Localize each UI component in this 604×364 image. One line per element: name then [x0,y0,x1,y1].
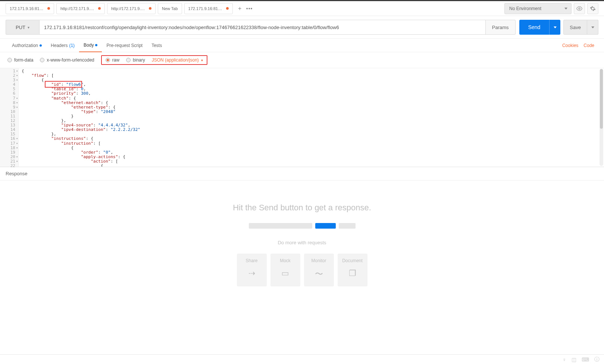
raw-content-type-group: raw binary JSON (application/json)▾ [101,55,207,65]
scrollbar-vertical[interactable] [600,69,603,166]
dirty-dot-icon [47,7,50,10]
tab-body[interactable]: Body [79,39,102,52]
body-editor[interactable]: 1 2 3 4 5 6 7 8 9 10 11 12 13 14 15 16 1… [0,68,604,167]
method-label: PUT [16,25,25,30]
dirty-dot-icon [149,7,151,10]
radio-icon [7,58,12,62]
code-link[interactable]: Code [583,43,594,48]
share-card[interactable]: Share⇢ [237,254,267,286]
radio-binary[interactable]: binary [126,57,145,63]
environment-label: No Environment [509,6,541,11]
line-gutter: 1 2 3 4 5 6 7 8 9 10 11 12 13 14 15 16 1… [0,68,19,167]
settings-icon[interactable] [587,3,598,14]
placeholder-bars [249,223,356,229]
help-icon[interactable]: ♀ [563,357,567,363]
tab-label: http://172.171.9.14:81 [111,6,147,11]
save-button[interactable]: Save [563,20,587,35]
headers-count: (1) [69,43,75,48]
save-dropdown[interactable] [587,20,598,35]
dot-icon [95,44,97,46]
tab-3[interactable]: New Tab [158,3,182,14]
statusbar: ♀ ◫ ⌨ ⓘ [0,354,604,364]
tab-4[interactable]: 172.171.9.16:8181/res [184,3,233,14]
svg-point-0 [579,8,580,9]
do-more-label: Do more with requests [278,240,326,245]
radio-icon [40,58,44,62]
document-icon: ❐ [349,269,356,278]
response-label: Response [0,167,604,181]
environment-select[interactable]: No Environment [504,3,572,14]
bodytype-row: form-data x-www-form-urlencoded raw bina… [0,52,604,68]
mock-card[interactable]: Mock▭ [270,254,300,286]
panes-icon[interactable]: ◫ [572,357,576,363]
radio-urlencoded[interactable]: x-www-form-urlencoded [40,57,94,63]
action-grid: Share⇢ Mock▭ Monitor〜 Document❐ [237,254,367,286]
share-icon: ⇢ [248,269,255,278]
tab-label: http://172.171.9.16:81 [60,6,96,11]
radio-formdata[interactable]: form-data [7,57,33,63]
tab-tests[interactable]: Tests [147,39,166,52]
tab-label: 172.171.9.16:8181/res [10,6,45,11]
radio-icon [106,58,110,62]
radio-raw[interactable]: raw [106,57,119,63]
response-headline: Hit the Send button to get a response. [233,203,371,213]
env-area: No Environment [504,3,598,14]
add-tab-button[interactable]: + [235,4,245,13]
subtab-row: Authorization Headers (1) Body Pre-reque… [0,39,604,52]
mock-icon: ▭ [281,269,289,278]
url-input[interactable] [39,20,486,35]
tab-overflow-button[interactable]: ••• [245,4,254,13]
response-body: Hit the Send button to get a response. D… [0,181,604,298]
tab-2[interactable]: http://172.171.9.14:81 [107,3,156,14]
chevron-down-icon: ▾ [28,25,29,29]
chevron-down-icon: ▾ [201,58,203,62]
code-area[interactable]: { "flow": [ { "id": "flow6", "table_id":… [19,68,604,167]
send-button[interactable]: Send [519,20,550,35]
keyboard-icon[interactable]: ⌨ [582,357,589,363]
content-type-select[interactable]: JSON (application/json)▾ [152,57,203,63]
tab-authorization[interactable]: Authorization [7,39,46,52]
tab-label: 172.171.9.16:8181/res [188,6,224,11]
params-button[interactable]: Params [486,20,516,35]
tab-0[interactable]: 172.171.9.16:8181/res [6,3,54,14]
monitor-icon: 〜 [315,269,323,280]
request-row: PUT▾ Params Send Save [0,16,604,39]
dirty-dot-icon [98,7,101,10]
dirty-dot-icon [226,7,229,10]
quicklook-icon[interactable] [574,3,585,14]
tab-1[interactable]: http://172.171.9.16:81 [56,3,105,14]
send-dropdown[interactable] [549,20,560,35]
tab-label: New Tab [162,6,178,11]
cookies-link[interactable]: Cookies [562,43,578,48]
tab-headers[interactable]: Headers (1) [46,39,79,52]
document-card[interactable]: Document❐ [338,254,367,286]
method-select[interactable]: PUT▾ [6,20,39,35]
info-icon[interactable]: ⓘ [594,356,600,363]
radio-icon [126,58,131,62]
dot-icon [40,44,42,47]
tab-row: 172.171.9.16:8181/res http://172.171.9.1… [0,1,604,16]
tab-prerequest[interactable]: Pre-request Script [102,39,147,52]
monitor-card[interactable]: Monitor〜 [304,254,334,286]
